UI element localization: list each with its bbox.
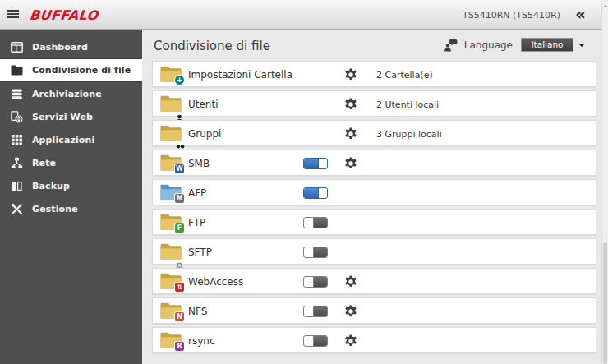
nfs-toggle[interactable] (303, 306, 328, 317)
sidebar-nav: Dashboard Condivisione di file Archiviaz… (0, 30, 142, 364)
top-bar: BUFFALO TS5410RN (TS5410R) « (0, 0, 608, 30)
afp-toggle[interactable] (303, 187, 328, 199)
sidebar-item-label: Applicazioni (32, 135, 94, 145)
plus-badge-icon: + (175, 76, 184, 85)
sidebar-item-label: Condivisione di file (32, 65, 131, 76)
service-label: Utenti (188, 99, 219, 110)
sidebar-item-applications[interactable]: Applicazioni (0, 128, 142, 151)
sidebar-item-label: Gestione (32, 204, 78, 214)
folder-icon: N (160, 302, 182, 320)
collapse-panel-icon[interactable]: « (575, 4, 586, 24)
language-control: Language Italiano (444, 38, 585, 52)
page-title: Condivisione di file (154, 39, 270, 53)
row-status: 3 Gruppi locali (376, 129, 442, 140)
users-settings-gear-button[interactable] (344, 98, 357, 111)
service-label: rsync (188, 335, 215, 347)
web-icon (10, 110, 23, 123)
network-icon (10, 156, 23, 169)
sidebar-item-network[interactable]: Rete (0, 151, 142, 174)
folder-icon (160, 242, 182, 260)
row-users: Utenti 2 Utenti locali (152, 90, 596, 117)
sftp-toggle[interactable] (303, 247, 328, 258)
row-groups: Gruppi 3 Gruppi locali (152, 120, 596, 146)
row-webaccess: ⇅ WebAccess (152, 268, 596, 294)
nfs-settings-gear-button[interactable] (344, 305, 357, 318)
row-afp: M AFP (152, 179, 596, 205)
apps-icon (10, 133, 23, 146)
sidebar-item-dashboard[interactable]: Dashboard (0, 35, 142, 58)
⇅-letter-badge-icon: ⇅ (175, 283, 184, 292)
folder-icon: ⇅ (160, 272, 182, 290)
service-label: Gruppi (188, 128, 221, 140)
row-status: 2 Utenti locali (376, 99, 439, 110)
menu-hamburger-icon[interactable] (7, 10, 19, 20)
rsync-toggle[interactable] (303, 335, 328, 347)
smb-settings-gear-button[interactable] (344, 157, 357, 170)
sidebar-item-label: Rete (32, 158, 56, 168)
smb-toggle[interactable] (303, 158, 328, 169)
service-label: WebAccess (188, 276, 243, 288)
tools-icon (10, 202, 23, 215)
service-list: + Impostazioni Cartella 2 Cartella(e) Ut… (152, 61, 596, 357)
row-sftp: SFTP (152, 238, 596, 265)
folder-icon (160, 94, 182, 113)
sidebar-item-backup[interactable]: Backup (0, 174, 142, 197)
language-select[interactable]: Italiano (521, 38, 573, 52)
sidebar-item-file-sharing[interactable]: Condivisione di file (0, 58, 142, 82)
service-label: AFP (188, 187, 206, 199)
language-dropdown-arrow-icon[interactable] (578, 44, 585, 50)
backup-icon (10, 179, 23, 192)
folder-icon: M (160, 183, 182, 201)
sidebar-item-label: Servizi Web (32, 112, 93, 122)
service-label: SFTP (188, 247, 212, 258)
scrollbar[interactable] (601, 0, 608, 364)
dashboard-icon (10, 40, 23, 53)
sidebar-item-label: Backup (32, 181, 70, 191)
M-letter-badge-icon: M (175, 194, 184, 203)
buffalo-logo: BUFFALO (29, 7, 99, 23)
service-label: FTP (188, 217, 205, 228)
webaccess-toggle[interactable] (303, 276, 328, 288)
scrollbar-thumb[interactable] (603, 242, 607, 364)
device-name-label: TS5410RN (TS5410R) (463, 10, 560, 21)
service-label: NFS (188, 306, 207, 317)
row-nfs: N NFS (152, 297, 596, 324)
main-content: Condivisione di file Language Italiano +… (142, 30, 601, 364)
W-letter-badge-icon: W (175, 164, 184, 173)
sidebar-item-web-services[interactable]: Servizi Web (0, 105, 142, 128)
sidebar-item-storage[interactable]: Archiviazione (0, 82, 142, 105)
ftp-toggle[interactable] (303, 217, 328, 228)
F-letter-badge-icon: F (175, 223, 184, 233)
sidebar-item-label: Archiviazione (32, 89, 102, 99)
folder-icon: + (160, 65, 182, 83)
service-label: SMB (188, 158, 210, 169)
folder-icon: F (160, 213, 182, 231)
row-ftp: F FTP (152, 209, 596, 235)
storage-icon (10, 87, 23, 100)
service-label: Impostazioni Cartella (188, 69, 292, 81)
groups-settings-gear-button[interactable] (344, 127, 357, 141)
folder-icon (160, 124, 182, 142)
R-letter-badge-icon: R (175, 342, 184, 351)
rsync-settings-gear-button[interactable] (344, 334, 357, 348)
scrollbar-up-arrow-icon[interactable] (603, 2, 608, 7)
sidebar-item-label: Dashboard (32, 42, 88, 53)
row-smb: W SMB (152, 150, 596, 176)
row-rsync: R rsync (152, 327, 596, 353)
row-folder-setup: + Impostazioni Cartella 2 Cartella(e) (152, 61, 596, 87)
folder-setup-settings-gear-button[interactable] (344, 68, 357, 81)
webaccess-settings-gear-button[interactable] (344, 275, 357, 288)
language-icon (444, 39, 458, 52)
language-label: Language (464, 39, 513, 51)
row-status: 2 Cartella(e) (376, 70, 433, 81)
folder-icon: W (160, 154, 182, 172)
sidebar-item-management[interactable]: Gestione (0, 197, 142, 220)
folder-icon: R (160, 331, 182, 349)
folder-icon (10, 64, 23, 77)
N-letter-badge-icon: N (175, 312, 184, 321)
